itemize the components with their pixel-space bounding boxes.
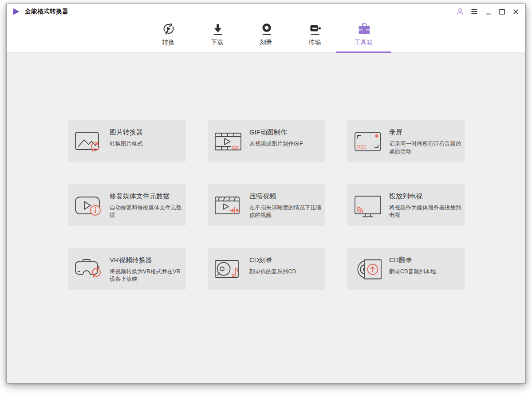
tab-convert[interactable]: 转换 <box>144 19 193 53</box>
card-desc: 自动修复和修改媒体文件元数据 <box>110 204 185 219</box>
app-title: 全能格式转换器 <box>25 8 68 16</box>
titlebar-controls <box>456 8 520 16</box>
card-title: GIF动图制作 <box>249 128 325 137</box>
toolbox-grid: 图片转换器 转换图片格式 GIF GIF动图制 <box>68 120 465 290</box>
tab-burn[interactable]: 刻录 <box>242 19 291 53</box>
tab-label: 下载 <box>211 39 224 47</box>
card-desc: 转换图片格式 <box>110 140 185 148</box>
toolbox-panel: 图片转换器 转换图片格式 GIF GIF动图制 <box>7 53 525 383</box>
card-video-compressor[interactable]: 压缩视频 在不损失清晰度的情况下压缩你的视频 <box>208 184 325 226</box>
card-title: 投放到电视 <box>389 192 465 201</box>
app-header: 全能格式转换器 <box>7 4 525 53</box>
card-image-converter[interactable]: 图片转换器 转换图片格式 <box>68 120 185 162</box>
card-title: CD刻录 <box>249 256 325 264</box>
toolbox-icon <box>357 22 370 35</box>
svg-text:REC: REC <box>357 144 366 149</box>
card-title: 修复媒体文件元数据 <box>110 192 185 201</box>
tab-label: 传输 <box>309 39 321 47</box>
main-nav: 转换 下载 刻录 <box>7 19 525 53</box>
download-icon <box>211 22 224 35</box>
cast-to-tv-icon <box>354 193 382 217</box>
card-title: 压缩视频 <box>249 192 325 201</box>
minimize-icon[interactable] <box>485 8 492 16</box>
convert-icon <box>162 22 175 35</box>
cd-ripper-icon <box>354 257 382 281</box>
card-title: VR视频转换器 <box>110 256 185 264</box>
user-account-icon[interactable] <box>456 8 464 16</box>
card-title: 图片转换器 <box>110 128 185 137</box>
card-screen-recorder[interactable]: REC 录屏 记录同一时间所有带有音频的桌面活动 <box>347 120 465 162</box>
app-window: 全能格式转换器 <box>6 4 526 383</box>
image-converter-icon <box>74 130 102 154</box>
card-desc: 在不损失清晰度的情况下压缩你的视频 <box>249 204 325 219</box>
titlebar: 全能格式转换器 <box>7 4 525 19</box>
video-compressor-icon <box>214 193 242 217</box>
close-icon[interactable] <box>512 8 520 16</box>
cd-burner-icon <box>214 257 242 281</box>
card-desc: 翻录CD音频到本地 <box>389 268 465 276</box>
tab-download[interactable]: 下载 <box>193 19 242 53</box>
transfer-icon <box>308 22 322 35</box>
vr-converter-icon <box>74 257 102 281</box>
card-cd-ripper[interactable]: CD翻录 翻录CD音频到本地 <box>347 248 465 290</box>
card-desc: 将视频作为媒体服务器投放到电视 <box>389 204 465 219</box>
card-title: CD翻录 <box>389 256 465 264</box>
card-desc: 从视频或图片制作GIF <box>249 140 325 148</box>
card-gif-maker[interactable]: GIF GIF动图制作 从视频或图片制作GIF <box>208 120 325 162</box>
tab-label: 转换 <box>162 39 175 47</box>
card-metadata-fixer[interactable]: 修复媒体文件元数据 自动修复和修改媒体文件元数据 <box>68 184 185 226</box>
card-desc: 刻录你的音乐到CD <box>249 268 325 276</box>
metadata-fixer-icon <box>74 193 102 217</box>
menu-icon[interactable] <box>470 8 478 16</box>
tab-toolbox[interactable]: 工具箱 <box>339 19 388 53</box>
tab-transfer[interactable]: 传输 <box>291 19 339 53</box>
card-title: 录屏 <box>389 128 465 137</box>
card-cd-burner[interactable]: CD刻录 刻录你的音乐到CD <box>208 248 325 290</box>
app-logo-icon <box>12 7 21 16</box>
burn-icon <box>260 22 273 35</box>
card-vr-converter[interactable]: VR视频转换器 将视频转换为VR格式并在VR设备上放映 <box>68 248 185 290</box>
card-desc: 将视频转换为VR格式并在VR设备上放映 <box>110 268 185 283</box>
svg-text:GIF: GIF <box>232 145 240 150</box>
screen-recorder-icon: REC <box>354 130 382 154</box>
gif-maker-icon: GIF <box>214 130 242 154</box>
maximize-icon[interactable] <box>498 8 506 16</box>
tab-label: 工具箱 <box>355 39 373 47</box>
card-desc: 记录同一时间所有带有音频的桌面活动 <box>389 140 465 155</box>
card-cast-to-tv[interactable]: 投放到电视 将视频作为媒体服务器投放到电视 <box>347 184 465 226</box>
tab-label: 刻录 <box>260 39 272 47</box>
